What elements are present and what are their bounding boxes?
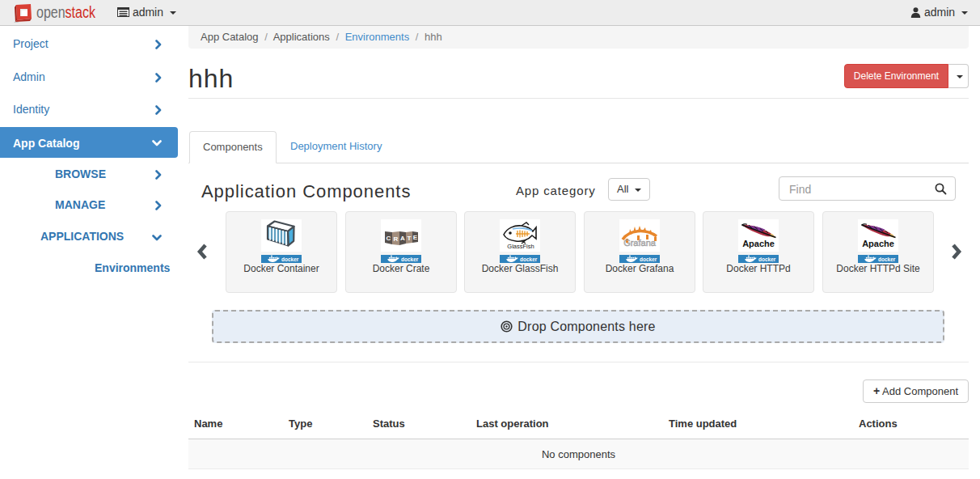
svg-text:C: C [387, 235, 391, 242]
svg-text:Grafana: Grafana [623, 238, 657, 248]
svg-text:GlassFish: GlassFish [507, 243, 534, 250]
svg-text:E: E [413, 234, 418, 241]
svg-text:T: T [408, 235, 412, 242]
svg-text:docker: docker [758, 256, 776, 262]
svg-text:docker: docker [878, 256, 896, 262]
svg-text:docker: docker [640, 256, 657, 262]
svg-text:docker: docker [281, 256, 299, 262]
svg-text:docker: docker [520, 256, 538, 262]
svg-text:Apache: Apache [862, 239, 894, 248]
svg-text:docker: docker [401, 256, 419, 262]
svg-text:R: R [394, 235, 399, 243]
svg-text:Apache: Apache [742, 239, 775, 248]
svg-text:A: A [400, 235, 405, 242]
